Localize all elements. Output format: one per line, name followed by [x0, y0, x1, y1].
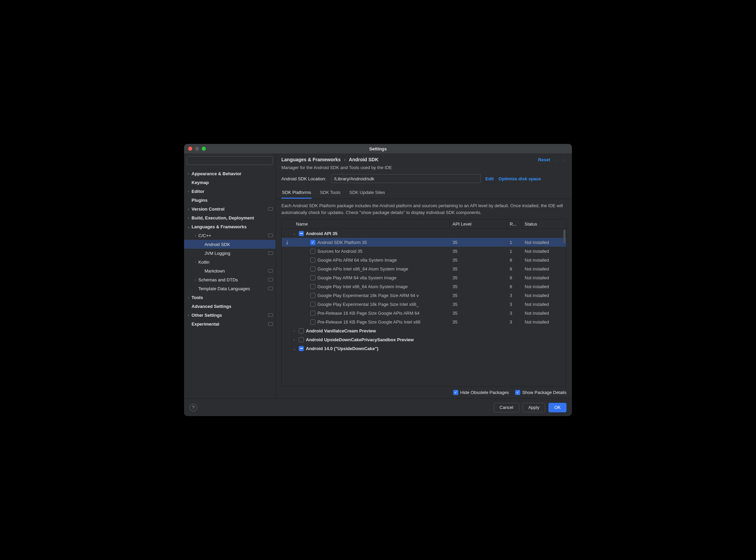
package-row[interactable]: Pre-Release 16 KB Page Size Google APIs … [282, 309, 566, 317]
package-row[interactable]: Google Play Experimental 16k Page Size A… [282, 291, 566, 300]
package-group[interactable]: ⌄Android API 35 [282, 229, 566, 238]
apply-button[interactable]: Apply [523, 403, 545, 412]
sidebar-item[interactable]: Template Data Languages [184, 284, 276, 293]
forward-icon[interactable]: → [562, 157, 566, 162]
sidebar-item[interactable]: ⌄Languages & Frameworks [184, 222, 276, 231]
checkbox-icon[interactable] [310, 311, 315, 316]
chevron-icon[interactable]: › [292, 329, 297, 333]
search-input[interactable] [187, 156, 273, 165]
checkbox-icon[interactable] [310, 293, 315, 298]
checkbox-icon[interactable] [310, 266, 315, 271]
package-row[interactable]: Google Play ARM 64 v8a System Image358No… [282, 273, 566, 282]
checkbox-icon[interactable] [299, 337, 304, 342]
column-api-level[interactable]: API Level [450, 219, 507, 229]
scrollbar[interactable] [563, 230, 565, 243]
package-name: Pre-Release 16 KB Page Size Google APIs … [317, 311, 420, 316]
sdk-location-input[interactable] [331, 174, 481, 183]
sidebar-item[interactable]: Android SDK [184, 240, 276, 249]
checkbox-icon[interactable] [310, 258, 315, 263]
chevron-icon[interactable]: ⌄ [292, 347, 297, 350]
package-group[interactable]: ›Android UpsideDownCakePrivacySandbox Pr… [282, 335, 566, 344]
minimize-icon[interactable] [195, 147, 199, 151]
sidebar-item-label: Tools [192, 295, 203, 300]
package-row[interactable]: ⭳✓Android SDK Platform 35351Not installe… [282, 238, 566, 247]
package-row[interactable]: Pre-Release 16 KB Page Size Google APIs … [282, 317, 566, 326]
package-name: Google APIs Intel x86_64 Atom System Ima… [317, 266, 408, 271]
sidebar-item[interactable]: ›Schemas and DTDs [184, 275, 276, 284]
sidebar-item[interactable]: Markdown [184, 266, 276, 275]
zoom-icon[interactable] [202, 147, 206, 151]
package-name: Pre-Release 16 KB Page Size Google APIs … [317, 319, 421, 325]
sidebar-item[interactable]: ›Other Settings [184, 311, 276, 319]
sidebar-item[interactable]: ›C/C++ [184, 231, 276, 240]
checkbox-icon[interactable] [310, 249, 315, 254]
sidebar-item[interactable]: ›Appearance & Behavior [184, 169, 276, 178]
checkbox-icon[interactable] [299, 328, 304, 333]
api-level: 35 [450, 284, 507, 289]
edit-link[interactable]: Edit [486, 176, 494, 181]
breadcrumb-item: Android SDK [349, 157, 378, 162]
sidebar-item[interactable]: JVM Logging [184, 249, 276, 258]
checkbox-icon[interactable] [310, 319, 315, 325]
checkbox-icon[interactable] [310, 284, 315, 289]
chevron-icon: › [193, 278, 198, 282]
scope-badge-icon [268, 251, 273, 255]
checkbox-icon[interactable]: ✓ [453, 390, 458, 395]
chevron-icon: › [186, 296, 191, 299]
sidebar-item[interactable]: Keymap [184, 178, 276, 187]
download-icon[interactable]: ⭳ [284, 240, 290, 245]
tab-sdk-update-sites[interactable]: SDK Update Sites [349, 187, 386, 199]
checkbox-icon[interactable] [310, 302, 315, 307]
sidebar-item[interactable]: ›Version Control [184, 204, 276, 213]
sidebar-item[interactable]: ›Tools [184, 293, 276, 302]
chevron-icon: › [186, 207, 191, 211]
checkbox-icon[interactable] [299, 346, 304, 351]
package-group[interactable]: ›Android VanillaIceCream Preview [282, 326, 566, 335]
sidebar-item[interactable]: ›Build, Execution, Deployment [184, 213, 276, 222]
package-row[interactable]: Sources for Android 35351Not installed [282, 247, 566, 256]
scope-badge-icon [268, 269, 273, 273]
optimize-link[interactable]: Optimize disk space [498, 176, 541, 181]
chevron-icon: › [186, 172, 191, 176]
package-group[interactable]: ⌄Android 14.0 ("UpsideDownCake") [282, 344, 566, 353]
back-icon[interactable]: ← [555, 157, 559, 162]
tab-sdk-tools[interactable]: SDK Tools [319, 187, 341, 199]
close-icon[interactable] [188, 147, 192, 151]
reset-link[interactable]: Reset [538, 157, 550, 162]
sidebar-item[interactable]: Plugins [184, 196, 276, 204]
sidebar-item[interactable]: ›Editor [184, 187, 276, 196]
api-level: 35 [450, 275, 507, 280]
column-name[interactable]: Name [282, 219, 450, 229]
checkbox-icon[interactable] [299, 231, 304, 236]
show-package-details-option[interactable]: ✓ Show Package Details [515, 390, 566, 395]
package-row[interactable]: Google Play Experimental 16k Page Size I… [282, 300, 566, 309]
chevron-icon[interactable]: › [292, 338, 297, 342]
scope-badge-icon [268, 234, 273, 237]
sidebar-item-label: Schemas and DTDs [198, 277, 238, 282]
sidebar-item-label: JVM Logging [204, 251, 230, 256]
tab-sdk-platforms[interactable]: SDK Platforms [281, 187, 312, 199]
ok-button[interactable]: OK [548, 403, 566, 412]
checkbox-icon[interactable]: ✓ [515, 390, 520, 395]
sidebar-item[interactable]: Advanced Settings [184, 302, 276, 311]
help-icon[interactable]: ? [190, 404, 197, 411]
status: Not installed [522, 258, 566, 263]
hide-obsolete-option[interactable]: ✓ Hide Obsolete Packages [453, 390, 509, 395]
package-row[interactable]: Google APIs ARM 64 v8a System Image358No… [282, 256, 566, 264]
package-row[interactable]: Google APIs Intel x86_64 Atom System Ima… [282, 264, 566, 273]
checkbox-icon[interactable] [310, 275, 315, 280]
sidebar-item[interactable]: Experimental [184, 319, 276, 328]
scope-badge-icon [268, 322, 273, 326]
revision: 8 [507, 275, 522, 280]
chevron-icon[interactable]: ⌄ [292, 232, 297, 235]
chevron-icon: › [193, 234, 198, 237]
chevron-right-icon: › [344, 157, 346, 162]
sidebar-item[interactable]: ›Kotlin [184, 258, 276, 266]
cancel-button[interactable]: Cancel [494, 403, 519, 412]
sdk-tabs: SDK Platforms SDK Tools SDK Update Sites [276, 187, 572, 199]
package-row[interactable]: Google Play Intel x86_64 Atom System Ima… [282, 282, 566, 291]
column-status[interactable]: Status [522, 219, 566, 229]
breadcrumb-item[interactable]: Languages & Frameworks [281, 157, 341, 162]
column-revision[interactable]: R... [507, 219, 522, 229]
checkbox-icon[interactable]: ✓ [310, 240, 315, 245]
